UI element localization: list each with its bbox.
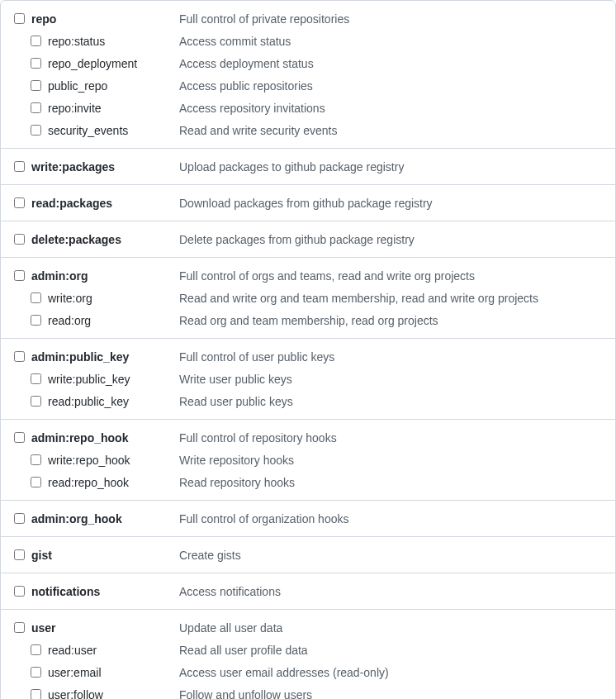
scope-row: delete:packagesDelete packages from gith… xyxy=(14,228,602,250)
scope-row: admin:public_keyFull control of user pub… xyxy=(14,345,602,368)
scope-name: admin:repo_hook xyxy=(31,431,128,445)
scope-name: write:repo_hook xyxy=(48,454,130,467)
scope-name: public_repo xyxy=(48,79,107,93)
scope-name: admin:org_hook xyxy=(31,512,122,525)
scope-checkbox-delete-packages[interactable] xyxy=(14,234,25,245)
scope-row: read:userRead all user profile data xyxy=(14,639,602,661)
scope-checkbox-gist[interactable] xyxy=(14,549,25,560)
scope-name: repo_deployment xyxy=(48,57,137,70)
scope-desc: Download packages from github package re… xyxy=(179,197,602,210)
scope-checkbox-write-org[interactable] xyxy=(31,292,41,303)
scope-row: user:emailAccess user email addresses (r… xyxy=(14,661,602,683)
scope-checkbox-admin-public-key[interactable] xyxy=(14,351,25,362)
scope-row: userUpdate all user data xyxy=(14,616,602,639)
scope-row: repo:statusAccess commit status xyxy=(14,30,602,52)
scope-desc: Update all user data xyxy=(179,621,602,635)
scope-name: write:public_key xyxy=(48,373,130,386)
scope-name: read:org xyxy=(48,314,91,327)
scope-desc: Read user public keys xyxy=(179,395,602,408)
scope-desc: Create gists xyxy=(179,549,602,562)
scope-desc: Full control of organization hooks xyxy=(179,512,602,525)
scope-label-col: admin:org_hook xyxy=(14,512,179,525)
scope-checkbox-user[interactable] xyxy=(14,622,25,633)
scope-row: security_eventsRead and write security e… xyxy=(14,119,602,141)
scope-desc: Write user public keys xyxy=(179,373,602,386)
scope-group-admin-repo-hook: admin:repo_hookFull control of repositor… xyxy=(1,420,615,501)
scope-desc: Read and write org and team membership, … xyxy=(179,292,602,305)
scope-checkbox-repo-invite[interactable] xyxy=(31,102,41,113)
scope-name: read:packages xyxy=(31,197,112,210)
scope-group-user: userUpdate all user dataread:userRead al… xyxy=(1,610,615,699)
scope-name: read:user xyxy=(48,644,97,657)
scope-desc: Read org and team membership, read org p… xyxy=(179,314,602,327)
scope-name: user:email xyxy=(48,666,102,679)
scope-checkbox-repo-deployment[interactable] xyxy=(31,58,41,69)
scope-label-col: repo:invite xyxy=(31,102,179,115)
scope-checkbox-read-user[interactable] xyxy=(31,644,41,655)
scope-desc: Access repository invitations xyxy=(179,102,602,115)
scope-label-col: read:org xyxy=(31,314,179,327)
scope-checkbox-admin-org-hook[interactable] xyxy=(14,513,25,524)
scope-label-col: write:org xyxy=(31,292,179,305)
scope-row: repoFull control of private repositories xyxy=(14,7,602,30)
scope-checkbox-security-events[interactable] xyxy=(31,125,41,136)
scope-row: notificationsAccess notifications xyxy=(14,580,602,602)
scope-group-admin-public-key: admin:public_keyFull control of user pub… xyxy=(1,339,615,420)
scope-desc: Write repository hooks xyxy=(179,454,602,467)
scope-label-col: read:repo_hook xyxy=(31,476,179,489)
scope-desc: Read all user profile data xyxy=(179,644,602,657)
scope-checkbox-write-repo-hook[interactable] xyxy=(31,454,41,465)
scope-row: public_repoAccess public repositories xyxy=(14,74,602,97)
scope-row: write:public_keyWrite user public keys xyxy=(14,368,602,390)
scope-desc: Read repository hooks xyxy=(179,476,602,489)
scope-checkbox-read-repo-hook[interactable] xyxy=(31,477,41,487)
scope-desc: Access user email addresses (read-only) xyxy=(179,666,602,679)
scope-row: admin:repo_hookFull control of repositor… xyxy=(14,426,602,449)
scope-desc: Full control of user public keys xyxy=(179,350,602,364)
scopes-list: repoFull control of private repositories… xyxy=(0,0,616,699)
scope-row: read:repo_hookRead repository hooks xyxy=(14,471,602,493)
scope-checkbox-read-org[interactable] xyxy=(31,315,41,326)
scope-name: admin:public_key xyxy=(31,350,129,364)
scope-row: read:orgRead org and team membership, re… xyxy=(14,309,602,331)
scope-label-col: read:packages xyxy=(14,197,179,210)
scope-desc: Read and write security events xyxy=(179,124,602,137)
scope-checkbox-user-follow[interactable] xyxy=(31,689,41,699)
scope-checkbox-user-email[interactable] xyxy=(31,667,41,678)
scope-name: user xyxy=(31,621,56,635)
scope-row: read:packagesDownload packages from gith… xyxy=(14,192,602,214)
scope-checkbox-admin-repo-hook[interactable] xyxy=(14,432,25,443)
scope-checkbox-write-packages[interactable] xyxy=(14,161,25,172)
scope-row: read:public_keyRead user public keys xyxy=(14,390,602,412)
scope-checkbox-public-repo[interactable] xyxy=(31,80,41,91)
scope-group-repo: repoFull control of private repositories… xyxy=(1,1,615,149)
scope-name: user:follow xyxy=(48,688,103,700)
scope-row: user:followFollow and unfollow users xyxy=(14,683,602,699)
scope-label-col: repo xyxy=(14,12,179,26)
scope-label-col: public_repo xyxy=(31,79,179,93)
scope-label-col: read:user xyxy=(31,644,179,657)
scope-checkbox-repo-status[interactable] xyxy=(31,36,41,46)
scope-name: write:packages xyxy=(31,160,115,174)
scope-name: repo:invite xyxy=(48,102,102,115)
scope-checkbox-write-public-key[interactable] xyxy=(31,373,41,384)
scope-checkbox-repo[interactable] xyxy=(14,13,25,24)
scope-label-col: write:packages xyxy=(14,160,179,174)
scope-row: gistCreate gists xyxy=(14,544,602,566)
scope-group-admin-org: admin:orgFull control of orgs and teams,… xyxy=(1,258,615,339)
scope-name: read:public_key xyxy=(48,395,129,408)
scope-name: repo xyxy=(31,12,56,26)
scope-name: security_events xyxy=(48,124,128,137)
scope-checkbox-admin-org[interactable] xyxy=(14,270,25,281)
scope-group-delete-packages: delete:packagesDelete packages from gith… xyxy=(1,221,615,258)
scope-group-notifications: notificationsAccess notifications xyxy=(1,573,615,610)
scope-checkbox-read-public-key[interactable] xyxy=(31,396,41,407)
scope-desc: Access commit status xyxy=(179,35,602,48)
scope-row: admin:org_hookFull control of organizati… xyxy=(14,507,602,530)
scope-label-col: repo:status xyxy=(31,35,179,48)
scope-label-col: admin:public_key xyxy=(14,350,179,364)
scope-desc: Access deployment status xyxy=(179,57,602,70)
scope-checkbox-notifications[interactable] xyxy=(14,586,25,597)
scope-checkbox-read-packages[interactable] xyxy=(14,197,25,208)
scope-name: admin:org xyxy=(31,269,88,283)
